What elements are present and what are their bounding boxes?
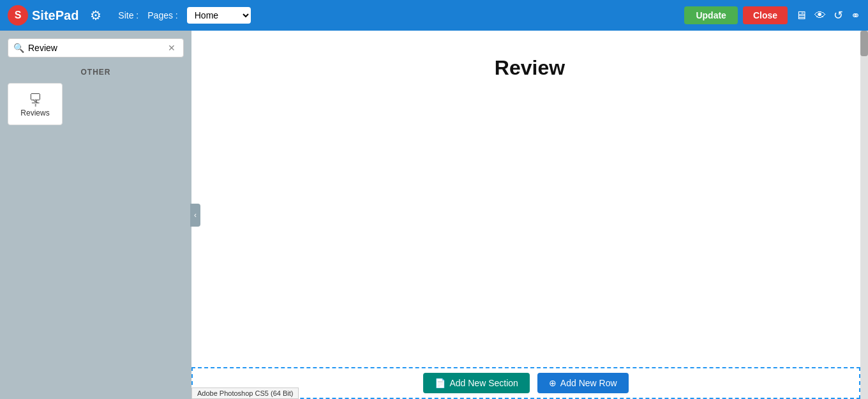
add-section-label: Add New Section [449, 378, 518, 388]
move-icon: ✛ [31, 97, 40, 109]
taskbar-hint: Adobe Photoshop CS5 (64 Bit) [191, 388, 299, 399]
search-clear-icon[interactable]: ✕ [165, 41, 178, 54]
review-heading: Review [495, 56, 565, 80]
nav-right: Update Close 🖥 👁 ↺ ⚭ [684, 6, 860, 24]
scrollbar-thumb[interactable] [860, 31, 868, 56]
search-input[interactable] [28, 39, 165, 57]
canvas-content: Review [191, 31, 868, 399]
canvas-area: Review 📄 Add New Section ⊕ Add New Row A… [191, 31, 868, 399]
canvas-scrollbar[interactable] [860, 31, 868, 399]
add-new-row-button[interactable]: ⊕ Add New Row [537, 373, 629, 393]
site-label: Site : [118, 10, 138, 20]
monitor-icon[interactable]: 🖥 [795, 9, 807, 22]
close-button[interactable]: Close [743, 6, 788, 24]
widget-reviews[interactable]: 🗨 ✛ Reviews [8, 83, 63, 125]
sitemap-icon[interactable]: ⚭ [851, 8, 860, 22]
logo-text: SitePad [32, 8, 79, 23]
other-label: OTHER [8, 68, 184, 77]
search-container: 🔍 ✕ [8, 38, 184, 57]
add-row-label: Add New Row [560, 378, 617, 388]
pages-label: Pages : [147, 10, 177, 20]
widget-grid: 🗨 ✛ Reviews [8, 83, 184, 125]
navbar: S SitePad ⚙ Site : Pages : Home About Co… [0, 0, 868, 31]
eye-icon[interactable]: 👁 [814, 9, 826, 22]
logo-area: S SitePad [8, 5, 79, 26]
add-new-section-button[interactable]: 📄 Add New Section [423, 373, 529, 393]
add-section-icon: 📄 [435, 378, 445, 388]
update-button[interactable]: Update [684, 6, 737, 24]
add-row-icon: ⊕ [549, 378, 557, 388]
sidebar: 🔍 ✕ OTHER 🗨 ✛ Reviews ‹ [0, 31, 191, 399]
pages-select[interactable]: Home About Contact [187, 7, 251, 24]
logo-icon: S [8, 5, 28, 26]
gear-icon[interactable]: ⚙ [90, 8, 101, 23]
collapse-sidebar-button[interactable]: ‹ [190, 204, 200, 227]
widget-reviews-label: Reviews [20, 109, 49, 117]
main-layout: 🔍 ✕ OTHER 🗨 ✛ Reviews ‹ Review 📄 Add Ne [0, 31, 868, 399]
clock-icon[interactable]: ↺ [834, 8, 843, 22]
search-icon: 🔍 [13, 43, 24, 53]
